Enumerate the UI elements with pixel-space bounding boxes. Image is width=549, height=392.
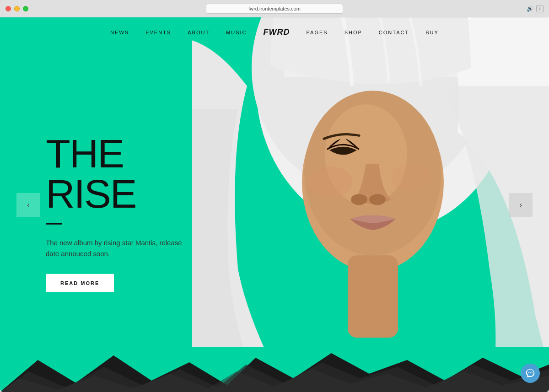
nav-item-contact[interactable]: CONTACT bbox=[379, 30, 409, 35]
main-navigation: NEWS EVENTS ABOUT MUSIC FWRD PAGES SHOP … bbox=[0, 17, 549, 47]
nav-item-events[interactable]: EVENTS bbox=[145, 30, 171, 35]
hero-title-line1: THE bbox=[46, 130, 124, 176]
svg-point-15 bbox=[528, 372, 529, 373]
website-content: NEWS EVENTS ABOUT MUSIC FWRD PAGES SHOP … bbox=[0, 17, 549, 392]
nav-item-music[interactable]: MUSIC bbox=[226, 30, 247, 35]
prev-arrow-icon: ‹ bbox=[27, 199, 30, 210]
browser-window: fwrd.irontemplates.com 🔊 + bbox=[0, 0, 549, 392]
browser-titlebar: fwrd.irontemplates.com 🔊 + bbox=[0, 0, 549, 17]
hero-section: NEWS EVENTS ABOUT MUSIC FWRD PAGES SHOP … bbox=[0, 17, 549, 392]
hero-title-line2: RISE bbox=[46, 171, 136, 216]
traffic-lights bbox=[5, 6, 28, 11]
svg-point-16 bbox=[530, 372, 531, 373]
nav-logo[interactable]: FWRD bbox=[264, 27, 290, 37]
url-bar[interactable]: fwrd.irontemplates.com bbox=[206, 4, 343, 14]
svg-point-10 bbox=[307, 166, 352, 198]
hero-portrait bbox=[192, 17, 549, 347]
nav-item-shop[interactable]: SHOP bbox=[344, 30, 362, 35]
hero-subtitle: The new album by rising star Mantis, rel… bbox=[46, 237, 183, 259]
minimize-button[interactable] bbox=[14, 6, 20, 11]
chat-button[interactable] bbox=[521, 364, 540, 383]
close-button[interactable] bbox=[5, 6, 11, 11]
maximize-button[interactable] bbox=[23, 6, 28, 11]
chat-icon bbox=[525, 368, 535, 378]
volume-icon: 🔊 bbox=[527, 5, 533, 12]
new-tab-button[interactable]: + bbox=[536, 5, 544, 12]
svg-point-9 bbox=[369, 194, 386, 205]
hero-title: THE RISE bbox=[46, 133, 183, 214]
slider-prev-button[interactable]: ‹ bbox=[16, 193, 40, 217]
hero-cta-button[interactable]: READ MORE bbox=[46, 274, 114, 292]
nav-items: NEWS EVENTS ABOUT MUSIC FWRD PAGES SHOP … bbox=[110, 27, 439, 37]
slider-next-button[interactable]: › bbox=[509, 193, 533, 217]
hero-content: THE RISE The new album by rising star Ma… bbox=[46, 133, 183, 292]
svg-point-17 bbox=[532, 372, 533, 373]
url-text: fwrd.irontemplates.com bbox=[248, 6, 301, 11]
svg-point-11 bbox=[391, 164, 432, 191]
nav-item-about[interactable]: ABOUT bbox=[188, 30, 210, 35]
svg-point-8 bbox=[351, 194, 367, 205]
next-arrow-icon: › bbox=[519, 199, 522, 210]
hero-divider bbox=[46, 223, 62, 224]
nav-item-news[interactable]: NEWS bbox=[110, 30, 129, 35]
nav-item-pages[interactable]: PAGES bbox=[307, 30, 328, 35]
nav-item-buy[interactable]: BUY bbox=[425, 30, 439, 35]
svg-rect-5 bbox=[348, 255, 398, 338]
hero-image bbox=[192, 17, 549, 347]
mountains-decoration bbox=[0, 351, 549, 392]
browser-controls: 🔊 + bbox=[527, 5, 544, 12]
